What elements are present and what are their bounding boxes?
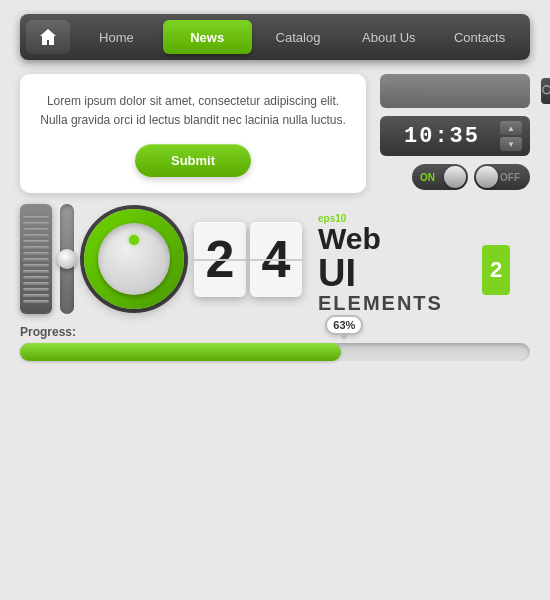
rib xyxy=(23,252,49,255)
brand-ui: UI xyxy=(318,254,356,292)
toggle-off-switch[interactable]: OFF xyxy=(474,164,530,190)
search-icon xyxy=(541,84,550,98)
toggle-off-knob xyxy=(476,166,498,188)
nav-item-contacts[interactable]: Contacts xyxy=(435,20,524,54)
rib xyxy=(23,276,49,279)
flip-digit-1: 2 xyxy=(194,222,246,297)
knob-indicator-dot xyxy=(129,235,139,245)
knob-inner xyxy=(98,223,170,295)
rib xyxy=(23,246,49,249)
content-card: Lorem ipsum dolor sit amet, consectetur … xyxy=(20,74,366,193)
time-arrows: ▲ ▼ xyxy=(500,121,522,151)
time-value: 10:35 xyxy=(388,124,496,149)
nav-item-home[interactable]: Home xyxy=(72,20,161,54)
toggle-on-label: ON xyxy=(420,172,435,183)
progress-value-bubble: 63% xyxy=(325,315,363,335)
time-display: 10:35 ▲ ▼ xyxy=(380,116,530,156)
sliders-group xyxy=(20,204,74,314)
toggle-off-label: OFF xyxy=(500,172,520,183)
nav-home-button[interactable] xyxy=(26,20,70,54)
rib xyxy=(23,228,49,231)
search-button[interactable] xyxy=(541,78,550,104)
thin-slider[interactable] xyxy=(60,204,74,314)
nav-item-news[interactable]: News xyxy=(163,20,252,54)
rib xyxy=(23,288,49,291)
branding-block: eps10 Web UI ELEMENTS xyxy=(318,203,443,315)
progress-track: 63% xyxy=(20,343,530,361)
svg-point-0 xyxy=(543,86,550,94)
rib xyxy=(23,264,49,267)
nav-item-catalog[interactable]: Catalog xyxy=(254,20,343,54)
search-box xyxy=(380,74,530,108)
lorem-text: Lorem ipsum dolor sit amet, consectetur … xyxy=(38,92,348,130)
rib xyxy=(23,222,49,225)
toggle-row: ON OFF xyxy=(380,164,530,190)
nav-bar: Home News Catalog About Us Contacts xyxy=(20,14,530,60)
rib xyxy=(23,300,49,303)
right-widgets: 10:35 ▲ ▼ ON OFF xyxy=(380,74,530,193)
rotary-knob[interactable] xyxy=(84,209,184,309)
progress-section: Progress: 63% xyxy=(20,325,530,361)
time-up-button[interactable]: ▲ xyxy=(500,121,522,135)
rib xyxy=(23,258,49,261)
flip-clock: 2 4 xyxy=(194,222,302,297)
progress-label: Progress: xyxy=(20,325,530,339)
main-row: Lorem ipsum dolor sit amet, consectetur … xyxy=(20,74,530,193)
nav-item-about[interactable]: About Us xyxy=(344,20,433,54)
rib xyxy=(23,234,49,237)
submit-button[interactable]: Submit xyxy=(135,144,251,177)
slider-knob[interactable] xyxy=(57,249,77,269)
home-icon xyxy=(38,27,58,47)
progress-fill xyxy=(20,343,341,361)
rib xyxy=(23,216,49,219)
brand-elements: ELEMENTS xyxy=(318,292,443,315)
rib xyxy=(23,294,49,297)
toggle-on-knob xyxy=(444,166,466,188)
rib xyxy=(23,240,49,243)
time-down-button[interactable]: ▼ xyxy=(500,137,522,151)
toggle-on-switch[interactable]: ON xyxy=(412,164,468,190)
flip-digit-2: 4 xyxy=(250,222,302,297)
widgets-row: 2 4 eps10 Web UI ELEMENTS 2 xyxy=(20,203,443,315)
brand-part-badge: 2 xyxy=(482,245,510,295)
ribbed-slider[interactable] xyxy=(20,204,52,314)
bottom-section: 2 4 eps10 Web UI ELEMENTS 2 xyxy=(20,203,530,315)
search-input[interactable] xyxy=(386,84,537,98)
brand-web: Web xyxy=(318,224,381,254)
rib xyxy=(23,270,49,273)
rib xyxy=(23,282,49,285)
